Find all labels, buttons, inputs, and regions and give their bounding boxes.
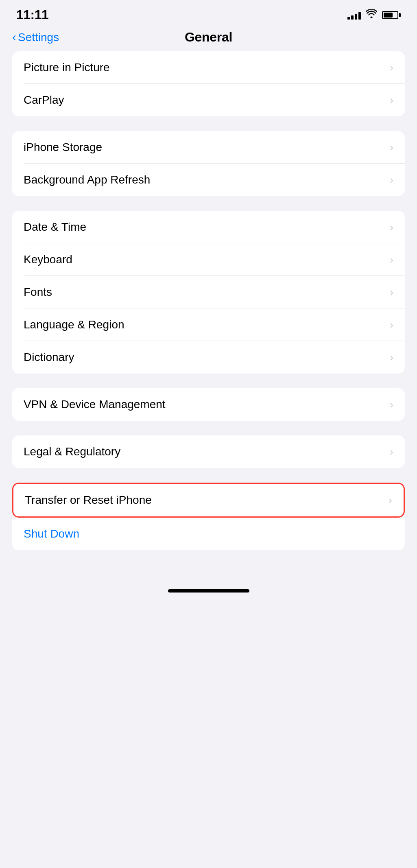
status-icons (347, 9, 401, 21)
iphone-storage-label: iPhone Storage (24, 141, 102, 154)
picture-in-picture-chevron-icon: › (390, 61, 393, 74)
keyboard-row[interactable]: Keyboard › (12, 243, 405, 276)
settings-content: Picture in Picture › CarPlay › iPhone St… (0, 51, 417, 550)
group-legal: Legal & Regulatory › (12, 435, 405, 468)
vpn-device-management-label: VPN & Device Management (24, 398, 166, 411)
carplay-chevron-icon: › (390, 94, 393, 107)
vpn-device-management-chevron-icon: › (390, 398, 393, 411)
nav-bar: ‹ Settings General (0, 26, 417, 51)
carplay-row[interactable]: CarPlay › (12, 84, 405, 116)
language-region-chevron-icon: › (390, 319, 393, 331)
dictionary-chevron-icon: › (390, 351, 393, 364)
date-time-chevron-icon: › (390, 221, 393, 234)
group-storage-refresh: iPhone Storage › Background App Refresh … (12, 131, 405, 196)
iphone-storage-row[interactable]: iPhone Storage › (12, 131, 405, 164)
picture-in-picture-row[interactable]: Picture in Picture › (12, 51, 405, 84)
dictionary-label: Dictionary (24, 351, 74, 364)
home-indicator (0, 565, 417, 597)
group-pip-carplay: Picture in Picture › CarPlay › (12, 51, 405, 116)
transfer-or-reset-label: Transfer or Reset iPhone (25, 494, 152, 507)
status-bar: 11:11 (0, 0, 417, 26)
signal-icon (347, 11, 361, 20)
iphone-storage-chevron-icon: › (390, 141, 393, 154)
group-vpn: VPN & Device Management › (12, 388, 405, 421)
back-chevron-icon: ‹ (12, 30, 16, 44)
status-time: 11:11 (16, 7, 48, 22)
legal-regulatory-row[interactable]: Legal & Regulatory › (12, 435, 405, 468)
date-time-row[interactable]: Date & Time › (12, 211, 405, 243)
fonts-label: Fonts (24, 286, 52, 299)
transfer-or-reset-chevron-icon: › (389, 494, 392, 507)
fonts-chevron-icon: › (390, 286, 393, 299)
language-region-row[interactable]: Language & Region › (12, 308, 405, 341)
dictionary-row[interactable]: Dictionary › (12, 341, 405, 374)
fonts-row[interactable]: Fonts › (12, 276, 405, 308)
back-button[interactable]: ‹ Settings (12, 31, 59, 44)
background-app-refresh-row[interactable]: Background App Refresh › (12, 164, 405, 196)
picture-in-picture-label: Picture in Picture (24, 61, 110, 74)
legal-regulatory-chevron-icon: › (390, 446, 393, 458)
background-app-refresh-label: Background App Refresh (24, 173, 150, 186)
back-button-label: Settings (18, 31, 59, 44)
vpn-device-management-row[interactable]: VPN & Device Management › (12, 388, 405, 421)
battery-icon (382, 11, 401, 19)
keyboard-label: Keyboard (24, 253, 72, 266)
wifi-icon (366, 9, 377, 21)
shutdown-row[interactable]: Shut Down (12, 518, 405, 550)
group-datetime-etc: Date & Time › Keyboard › Fonts › Languag… (12, 211, 405, 374)
page-title: General (185, 30, 232, 45)
shutdown-label: Shut Down (24, 527, 79, 540)
background-app-refresh-chevron-icon: › (390, 174, 393, 186)
transfer-or-reset-row[interactable]: Transfer or Reset iPhone › (13, 484, 404, 516)
keyboard-chevron-icon: › (390, 254, 393, 266)
language-region-label: Language & Region (24, 318, 124, 331)
carplay-label: CarPlay (24, 94, 64, 107)
transfer-reset-group: Transfer or Reset iPhone › (12, 483, 405, 518)
legal-regulatory-label: Legal & Regulatory (24, 445, 120, 458)
date-time-label: Date & Time (24, 221, 86, 234)
home-bar (168, 589, 249, 593)
